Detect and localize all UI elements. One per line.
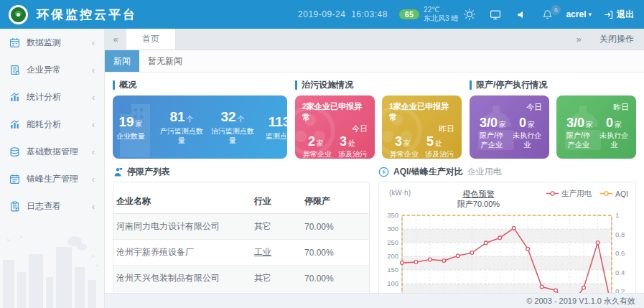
city-skyline-watermark bbox=[0, 233, 104, 308]
svg-text:0.8: 0.8 bbox=[615, 230, 625, 238]
svg-text:1: 1 bbox=[615, 211, 619, 219]
legend-item-production-power[interactable]: 生产用电 bbox=[546, 189, 592, 199]
column-header-percent: 停限产 bbox=[302, 190, 369, 214]
weather-text: 22℃ 东北风3 晴 bbox=[424, 6, 458, 24]
weather-sky: 晴 bbox=[451, 14, 458, 22]
limit-list-title: 停限产列表 bbox=[113, 166, 370, 178]
chevron-left-icon: ‹ bbox=[92, 65, 95, 75]
tab-bar: « 首页 » 关闭操作 bbox=[105, 29, 644, 50]
app-header: 环保监控云平台 2019-09-24 16:03:48 65 22℃ 东北风3 … bbox=[0, 0, 644, 29]
weather-wind: 东北风3 bbox=[424, 14, 449, 22]
svg-text:0.4: 0.4 bbox=[615, 268, 625, 276]
sidebar-item-label: 企业异常 bbox=[27, 64, 61, 76]
footer: © 2003 - 2019 V1.1.0 永久有效 bbox=[105, 293, 644, 308]
svg-text:200: 200 bbox=[387, 252, 398, 260]
header-datetime: 2019-09-24 16:03:48 bbox=[298, 9, 388, 19]
sidebar-item-statistics[interactable]: 统计分析 ‹ bbox=[0, 83, 104, 111]
aqi-production-line-chart[interactable]: 05010015020025030035000.20.40.60.81 bbox=[379, 211, 632, 297]
legend-item-aqi[interactable]: AQI bbox=[600, 190, 628, 198]
bar-chart-icon bbox=[9, 119, 20, 130]
calendar-icon bbox=[9, 174, 20, 185]
column-header-industry: 行业 bbox=[251, 190, 302, 214]
treatment-card-today[interactable]: 2家企业已申报异常 今日 2家 3处 异常企业 涉及治污设施 bbox=[295, 95, 375, 159]
cell-company-name: 沧州天兴包装制品有限公司 bbox=[113, 266, 251, 291]
document-alert-icon bbox=[9, 65, 20, 75]
tab-home[interactable]: 首页 bbox=[126, 29, 176, 50]
sidebar-item-peak-production[interactable]: 错峰生产管理 ‹ bbox=[0, 165, 104, 192]
production-card-today[interactable]: 今日 3/0家 0家 限产/停产企业 未执行企业 bbox=[470, 95, 549, 159]
chart-legend: 生产用电 AQI bbox=[546, 189, 628, 199]
sun-icon bbox=[462, 7, 477, 22]
logout-button[interactable]: 退出 bbox=[603, 9, 634, 21]
tabs-scroll-right-button[interactable]: » bbox=[568, 34, 589, 45]
page: 环保监控云平台 2019-09-24 16:03:48 65 22℃ 东北风3 … bbox=[0, 0, 644, 308]
dashboard-content: 概况 19家 企业数量 81个 产污监测点数量 bbox=[105, 73, 644, 308]
monitor-icon[interactable] bbox=[488, 7, 503, 22]
sidebar: 数据监测 ‹ 企业异常 ‹ 统计分析 ‹ 能耗分析 ‹ 基础数据管理 ‹ bbox=[0, 29, 105, 308]
news-message: 暂无新闻 bbox=[139, 50, 182, 72]
section-title-overview: 概况 bbox=[113, 79, 287, 91]
app-logo-icon bbox=[9, 5, 28, 24]
tabs-scroll-left-button[interactable]: « bbox=[105, 29, 126, 50]
limit-list-table: 企业名称 行业 停限产 河南同力电力设计有限公司 其它 bbox=[113, 190, 369, 291]
y-axis-unit-label: (kW·h) bbox=[389, 189, 411, 197]
sidebar-item-label: 统计分析 bbox=[27, 91, 61, 103]
main-area: « 首页 » 关闭操作 新闻 暂无新闻 概况 bbox=[105, 29, 644, 308]
log-clipboard-icon bbox=[9, 201, 20, 212]
section-bar-icon bbox=[113, 80, 115, 90]
overview-stat-monitor-points: 113个 监测点数量 bbox=[261, 114, 287, 141]
svg-text:300: 300 bbox=[387, 225, 398, 233]
cell-industry[interactable]: 工业 bbox=[251, 240, 302, 266]
svg-text:0.6: 0.6 bbox=[615, 249, 625, 257]
weather-widget: 65 22℃ 东北风3 晴 bbox=[399, 6, 477, 24]
overview-stat-pollution-points: 81个 产污监测点数量 bbox=[159, 109, 204, 145]
cell-percent: 70.00% bbox=[302, 214, 369, 240]
cell-industry: 其它 bbox=[251, 266, 302, 291]
copyright-text: © 2003 - 2019 V1.1.0 永久有效 bbox=[526, 296, 635, 307]
sidebar-item-log-view[interactable]: 日志查看 ‹ bbox=[0, 192, 104, 220]
sidebar-item-data-monitoring[interactable]: 数据监测 ‹ bbox=[0, 29, 104, 56]
app-title: 环保监控云平台 bbox=[37, 6, 137, 23]
sidebar-item-base-data[interactable]: 基础数据管理 ‹ bbox=[0, 138, 104, 165]
aqi-chart-panel: (kW·h) 橙色预警 限产70.00% 生产用电 bbox=[378, 182, 636, 297]
overview-card[interactable]: 19家 企业数量 81个 产污监测点数量 32个 治污监测点数量 bbox=[113, 95, 287, 159]
speaker-icon[interactable] bbox=[514, 7, 528, 22]
table-row: 沧州宇新养殖设备厂 工业 70.00% bbox=[113, 240, 369, 266]
treatment-card-yesterday[interactable]: 1家企业已申报异常 昨日 3家 5处 异常企业 涉及治污设施 bbox=[382, 95, 462, 159]
overview-stat-treatment-points: 32个 治污监测点数量 bbox=[210, 109, 255, 145]
section-bar-icon bbox=[470, 80, 472, 90]
sidebar-item-energy-analysis[interactable]: 能耗分析 ‹ bbox=[0, 111, 104, 138]
chevron-left-icon: ‹ bbox=[92, 147, 95, 157]
sidebar-item-label: 能耗分析 bbox=[27, 118, 61, 131]
chart-annotation: 橙色预警 限产70.00% bbox=[411, 189, 546, 210]
column-header-name: 企业名称 bbox=[113, 190, 251, 214]
username: acrel bbox=[566, 9, 586, 19]
cell-company-name: 河南同力电力设计有限公司 bbox=[113, 214, 251, 240]
svg-text:250: 250 bbox=[387, 238, 398, 246]
limit-list-panel: 企业名称 行业 停限产 河南同力电力设计有限公司 其它 bbox=[113, 182, 370, 297]
sidebar-item-label: 错峰生产管理 bbox=[27, 173, 78, 185]
bar-chart-icon bbox=[9, 92, 20, 103]
header-controls: 2019-09-24 16:03:48 65 22℃ 东北风3 晴 bbox=[298, 6, 634, 24]
sidebar-item-label: 日志查看 bbox=[27, 200, 61, 213]
svg-text:100: 100 bbox=[387, 279, 398, 287]
person-flag-icon bbox=[113, 167, 123, 177]
chevron-left-icon: ‹ bbox=[92, 120, 95, 129]
sidebar-item-enterprise-anomaly[interactable]: 企业异常 ‹ bbox=[0, 56, 104, 83]
close-operations-button[interactable]: 关闭操作 bbox=[589, 33, 644, 45]
svg-text:150: 150 bbox=[387, 266, 398, 274]
aqi-value-badge: 65 bbox=[399, 9, 419, 19]
table-header-row: 企业名称 行业 停限产 bbox=[113, 190, 369, 214]
cell-percent: 70.00% bbox=[302, 266, 369, 291]
notifications-button[interactable]: 6 bbox=[540, 7, 554, 22]
logout-icon bbox=[603, 9, 613, 19]
database-icon bbox=[9, 146, 20, 157]
production-card-yesterday[interactable]: 昨日 3/0家 0家 限产/停产企业 未执行企业 bbox=[556, 95, 636, 159]
calendar-grid-icon bbox=[9, 37, 20, 48]
chevron-left-icon: ‹ bbox=[92, 93, 95, 102]
news-bar: 新闻 暂无新闻 bbox=[105, 50, 644, 73]
user-menu[interactable]: acrel ▾ bbox=[566, 9, 592, 19]
line-marker-icon bbox=[546, 190, 559, 198]
section-bar-icon bbox=[295, 80, 297, 90]
cell-industry: 其它 bbox=[251, 214, 302, 240]
